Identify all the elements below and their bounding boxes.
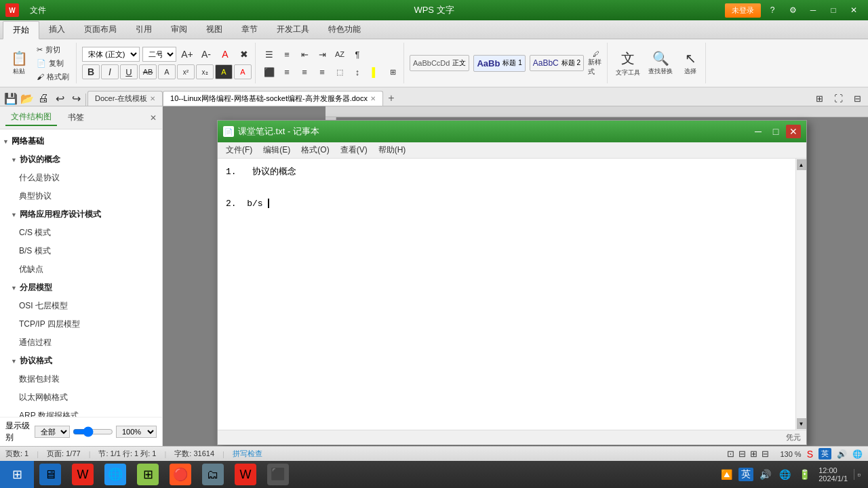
open-btn[interactable]: 📂 <box>19 91 35 106</box>
paste-btn[interactable]: 📋 粘贴 <box>7 45 31 81</box>
align-justify-btn[interactable]: ≡ <box>314 64 330 79</box>
tray-icon-1[interactable]: 🔼 <box>719 469 734 480</box>
restore-btn[interactable]: □ <box>825 3 842 17</box>
align-center-btn[interactable]: ≡ <box>279 64 295 79</box>
redo-btn[interactable]: ↪ <box>68 91 84 106</box>
tree-item-ethernet[interactable]: 以太网帧格式 <box>0 388 162 407</box>
tab-page-layout[interactable]: 页面布局 <box>75 21 126 38</box>
tab-developer[interactable]: 开发工具 <box>267 21 319 38</box>
tab-home[interactable]: 开始 <box>3 21 39 39</box>
underline-btn[interactable]: U <box>120 64 138 79</box>
col-sep-btn[interactable]: ⬚ <box>332 64 348 79</box>
scroll-down-btn[interactable]: ▼ <box>797 418 806 429</box>
zoom-slider[interactable] <box>73 426 113 437</box>
superscript-btn[interactable]: x² <box>177 64 195 79</box>
select-btn[interactable]: ↖ 选择 <box>678 45 703 81</box>
tree-item-network-basics[interactable]: ▼ 网络基础 <box>0 132 162 150</box>
tree-item-protocol-format[interactable]: ▼ 协议格式 <box>0 352 162 370</box>
taskbar-btn-8[interactable]: ⬛ <box>262 461 294 488</box>
notepad-editor[interactable]: 1. 协议的概念 2. b/s <box>218 159 795 430</box>
tree-item-comm-process[interactable]: 通信过程 <box>0 333 162 352</box>
tab-references[interactable]: 引用 <box>126 21 161 38</box>
list-unordered-btn[interactable]: ☰ <box>261 47 277 62</box>
tree-item-arp[interactable]: ARP 数据报格式 <box>0 407 162 417</box>
notepad-menu-file[interactable]: 文件(F) <box>220 143 258 157</box>
indent-dec-btn[interactable]: ⇤ <box>296 47 313 62</box>
save-all-btn[interactable]: 💾 <box>3 91 19 106</box>
tree-item-protocol-concept[interactable]: ▼ 协议的概念 <box>0 150 162 169</box>
start-button[interactable]: ⊞ <box>0 461 34 488</box>
undo-btn[interactable]: ↩ <box>52 91 68 106</box>
line-spacing-btn[interactable]: ↕ <box>349 64 366 79</box>
notepad-menu-view[interactable]: 查看(V) <box>335 143 373 157</box>
notepad-minimize-btn[interactable]: ─ <box>751 125 766 138</box>
tray-icon-network[interactable]: 🌐 <box>777 469 793 480</box>
sidebar-close-btn[interactable]: ✕ <box>150 113 157 123</box>
tree-item-encap[interactable]: 数据包封装 <box>0 370 162 388</box>
taskbar-btn-5[interactable]: 🔴 <box>164 461 197 488</box>
tray-icon-battery[interactable]: 🔋 <box>797 469 812 480</box>
view-switch-btn[interactable]: ⊞ <box>811 91 827 106</box>
tree-item-bs-mode[interactable]: B/S 模式 <box>0 242 162 260</box>
find-replace-btn[interactable]: 🔍 查找替换 <box>646 45 675 81</box>
notepad-menu-format[interactable]: 格式(O) <box>296 143 334 157</box>
not-logged-btn[interactable]: 未登录 <box>725 3 761 18</box>
full-screen-btn[interactable]: ⛶ <box>830 91 846 106</box>
tray-icon-keyboard[interactable]: 英 <box>738 468 753 481</box>
new-tab-btn[interactable]: + <box>383 91 399 106</box>
help-icon[interactable]: ? <box>764 3 781 17</box>
split-view-btn[interactable]: ⊟ <box>849 91 865 106</box>
strikethrough-btn[interactable]: AB <box>139 64 157 79</box>
bold-btn[interactable]: B <box>82 64 100 79</box>
notepad-menu-edit[interactable]: 编辑(E) <box>258 143 296 157</box>
settings-icon[interactable]: ⚙ <box>784 3 802 17</box>
doc-tab-linux[interactable]: 10--Linux网络编程-网络基础-socket编程-高并发服务器.docx … <box>163 91 383 106</box>
format-clear-btn[interactable]: ✖ <box>236 47 252 62</box>
font-grow-btn[interactable]: A+ <box>179 47 195 62</box>
print-btn[interactable]: 🖨 <box>35 91 52 106</box>
font-size-select[interactable]: 二号 <box>142 47 176 62</box>
format-painter-btn[interactable]: 🖌格式刷 <box>33 70 73 83</box>
status-icon-1[interactable]: ⊡ <box>727 449 734 459</box>
status-icon-3[interactable]: ⊞ <box>750 449 757 459</box>
char-color-btn[interactable]: A <box>158 64 176 79</box>
sort-btn[interactable]: AZ <box>332 47 348 62</box>
tree-item-cs-mode[interactable]: C/S 模式 <box>0 224 162 242</box>
tree-item-pros-cons[interactable]: 优缺点 <box>0 260 162 279</box>
tree-item-typical-protocol[interactable]: 典型协议 <box>0 187 162 205</box>
border-btn[interactable]: ⊞ <box>384 64 401 79</box>
font-select[interactable]: 宋体 (正文) <box>82 47 140 62</box>
copy-btn[interactable]: 📄复制 <box>33 57 73 70</box>
align-left-btn[interactable]: ⬛ <box>261 64 277 79</box>
taskbar-btn-4[interactable]: ⊞ <box>132 461 164 488</box>
font-shrink-btn[interactable]: A- <box>198 47 214 62</box>
notepad-close-btn[interactable]: ✕ <box>786 125 801 138</box>
doc-tab-docer[interactable]: Docer-在线模板 ✕ <box>87 91 163 106</box>
status-icon-4[interactable]: ⊟ <box>762 449 769 459</box>
status-icon-2[interactable]: ⊟ <box>738 449 746 459</box>
scroll-up-btn[interactable]: ▲ <box>797 159 806 170</box>
font-color2-btn[interactable]: A <box>234 64 252 79</box>
indent-inc-btn[interactable]: ⇥ <box>314 47 330 62</box>
bg-color-btn[interactable]: ▌ <box>367 64 383 79</box>
taskbar-btn-7[interactable]: W <box>229 461 262 488</box>
cut-btn[interactable]: ✂剪切 <box>33 43 73 56</box>
minimize-btn[interactable]: ─ <box>804 3 822 17</box>
tree-item-layer-model[interactable]: ▼ 分层模型 <box>0 279 162 297</box>
tray-icon-volume[interactable]: 🔊 <box>757 469 773 480</box>
new-style-btn[interactable]: 🖊新样式 <box>588 56 604 70</box>
tab-view[interactable]: 视图 <box>197 21 232 38</box>
align-right-btn[interactable]: ≡ <box>296 64 313 79</box>
show-para-btn[interactable]: ¶ <box>349 47 366 62</box>
highlight-btn[interactable]: A <box>215 64 233 79</box>
sidebar-tab-bookmark[interactable]: 书签 <box>62 110 90 125</box>
taskbar-btn-3[interactable]: 🌐 <box>99 461 132 488</box>
notepad-scrollbar-right[interactable]: ▲ ▼ <box>795 159 806 430</box>
tab-insert[interactable]: 插入 <box>39 21 75 38</box>
tab-chapter[interactable]: 章节 <box>232 21 267 38</box>
doc-tab-docer-close[interactable]: ✕ <box>150 95 155 102</box>
tree-item-app-design[interactable]: ▼ 网络应用程序设计模式 <box>0 205 162 224</box>
notepad-restore-btn[interactable]: □ <box>768 125 783 138</box>
subscript-btn[interactable]: x₂ <box>196 64 214 79</box>
tree-item-tcpip[interactable]: TCP/IP 四层模型 <box>0 315 162 333</box>
